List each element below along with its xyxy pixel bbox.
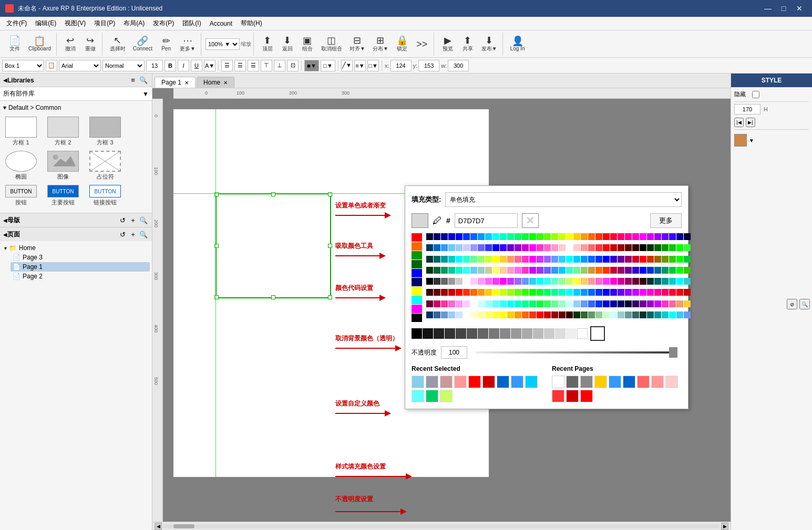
color-cell[interactable] [618,300,624,307]
color-cell[interactable] [669,267,676,274]
color-cell[interactable] [434,267,440,274]
color-cell[interactable] [522,256,529,263]
color-cell[interactable] [588,311,595,318]
color-cell[interactable] [492,244,499,251]
left-orange[interactable] [412,242,422,251]
color-cell[interactable] [676,267,683,274]
color-cell[interactable] [463,244,470,251]
color-cell[interactable] [662,233,669,240]
color-cell[interactable] [573,244,580,251]
style-select[interactable]: Normal [102,60,145,71]
color-cell[interactable] [448,244,455,251]
color-cell[interactable] [551,244,558,251]
menu-file[interactable]: 文件(F) [2,18,31,29]
masters-refresh-btn[interactable]: ↺ [117,215,128,225]
font-color-btn[interactable]: A▼ [204,60,215,71]
preview-btn[interactable]: ▶ 预览 [438,34,457,55]
color-cell[interactable] [522,267,529,274]
left-yellow[interactable] [412,287,422,295]
color-cell[interactable] [485,311,492,318]
color-cell[interactable] [448,233,455,240]
color-cell[interactable] [537,267,543,274]
color-cell[interactable] [632,256,639,263]
color-cell[interactable] [603,278,610,285]
pages-search-btn[interactable]: 🔍 [138,229,149,240]
color-cell[interactable] [647,244,654,251]
color-cell[interactable] [573,289,580,296]
color-cell[interactable] [676,233,683,240]
recent-pages-color[interactable] [552,376,564,388]
color-cell[interactable] [515,256,521,263]
color-cell[interactable] [463,233,470,240]
lock-btn[interactable]: 🔒 锁定 [393,34,412,55]
color-cell[interactable] [485,233,492,240]
color-cell[interactable] [654,311,661,318]
color-cell[interactable] [456,300,462,307]
color-cell[interactable] [632,267,639,274]
titlebar-controls[interactable]: — □ ✕ [760,3,807,14]
recent-selected-color[interactable] [454,376,467,388]
cp-white-swatch[interactable] [590,326,605,341]
color-cell[interactable] [492,311,499,318]
color-cell[interactable] [669,244,676,251]
color-cell[interactable] [441,289,448,296]
color-cell[interactable] [640,267,646,274]
color-cell[interactable] [537,256,543,263]
color-cell[interactable] [470,278,477,285]
color-cell[interactable] [544,256,551,263]
color-cell[interactable] [625,289,632,296]
color-cell[interactable] [566,267,573,274]
gray-c[interactable] [544,328,554,339]
recent-pages-color[interactable] [566,376,579,388]
cp-type-select[interactable]: 单色填充 [445,192,682,207]
color-cell[interactable] [492,300,499,307]
color-cell[interactable] [529,289,536,296]
h-right-btn[interactable]: ▶| [746,118,755,127]
page-home[interactable]: ▾ 📁 Home [2,243,150,253]
color-cell[interactable] [640,244,646,251]
select-btn[interactable]: ↖ 选择时 [107,34,129,55]
close-button[interactable]: ✕ [792,3,807,14]
color-cell[interactable] [426,256,433,263]
recent-pages-color[interactable] [552,390,564,402]
color-cell[interactable] [618,267,624,274]
color-cell[interactable] [566,233,573,240]
color-cell[interactable] [507,289,514,296]
color-cell[interactable] [632,311,639,318]
color-cell[interactable] [515,233,521,240]
color-cell[interactable] [529,256,536,263]
color-cell[interactable] [463,300,470,307]
color-cell[interactable] [603,256,610,263]
color-cell[interactable] [618,289,624,296]
color-cell[interactable] [507,233,514,240]
underline-btn[interactable]: U [191,60,202,71]
color-cell[interactable] [684,267,691,274]
recent-pages-color[interactable] [594,376,607,388]
color-cell[interactable] [654,256,661,263]
align-btn[interactable]: ⊟ 对齐▼ [346,34,368,55]
color-cell[interactable] [522,244,529,251]
color-cell[interactable] [492,256,499,263]
color-cell[interactable] [625,278,632,285]
color-cell[interactable] [566,278,573,285]
color-cell[interactable] [625,244,632,251]
left-darkgreen[interactable] [412,260,422,268]
border-style-btn[interactable]: ╱▼ [341,60,353,71]
cp-hex-input[interactable] [455,213,518,228]
y-input[interactable] [418,60,439,71]
color-cell[interactable] [485,278,492,285]
color-cell[interactable] [676,289,683,296]
color-cell[interactable] [456,289,462,296]
color-cell[interactable] [610,244,617,251]
color-cell[interactable] [618,233,624,240]
color-cell[interactable] [485,267,492,274]
color-cell[interactable] [537,311,543,318]
menu-help[interactable]: 帮助(H) [237,18,266,29]
color-cell[interactable] [507,300,514,307]
menu-project[interactable]: 项目(P) [90,18,119,29]
gray-2[interactable] [434,328,444,339]
color-cell[interactable] [684,289,691,296]
color-cell[interactable] [610,267,617,274]
color-cell[interactable] [537,233,543,240]
color-cell[interactable] [618,278,624,285]
